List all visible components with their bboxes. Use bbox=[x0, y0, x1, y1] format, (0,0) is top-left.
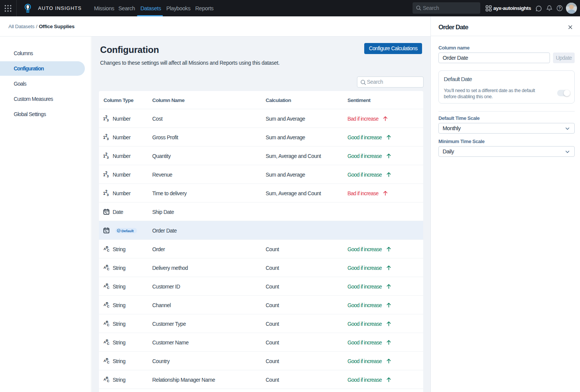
svg-text:?: ? bbox=[558, 6, 561, 10]
